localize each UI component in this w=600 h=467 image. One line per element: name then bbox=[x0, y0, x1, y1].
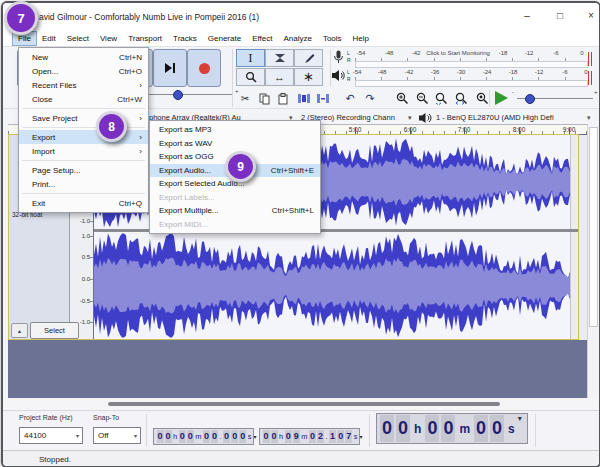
dropdown-caret-icon[interactable]: ▾ bbox=[587, 114, 591, 122]
time-digit: 7 bbox=[345, 430, 352, 443]
menubar-item-tools[interactable]: Tools bbox=[318, 32, 347, 45]
menu-item-page-setup[interactable]: Page Setup... bbox=[19, 163, 148, 177]
timeline-tick bbox=[519, 128, 520, 134]
zoom-in-icon bbox=[396, 92, 409, 105]
meter-tick-label: -48 bbox=[378, 69, 387, 75]
zoom-tool-button[interactable] bbox=[236, 68, 265, 86]
callout-badge-9: 9 bbox=[225, 151, 256, 182]
menu-item-export-as-wav[interactable]: Export as WAV bbox=[150, 137, 320, 151]
menu-separator bbox=[22, 193, 145, 194]
collapse-track-button[interactable]: ▲ bbox=[11, 323, 28, 338]
track-select-button[interactable]: Select bbox=[30, 322, 79, 339]
play-meter-right-label: R bbox=[347, 77, 351, 82]
multi-tool-button[interactable]: ∗ bbox=[294, 68, 323, 86]
menubar-item-view[interactable]: View bbox=[95, 32, 122, 45]
selection-toolbar: Project Rate (Hz) 44100▾ Snap-To Off▾ St… bbox=[3, 410, 599, 451]
maximize-button[interactable]: □ bbox=[552, 8, 568, 24]
menubar-item-generate[interactable]: Generate bbox=[203, 32, 246, 45]
trim-audio-icon bbox=[298, 93, 310, 104]
snap-to-select[interactable]: Off▾ bbox=[93, 427, 141, 444]
menu-item-export-midi: Export MIDI... bbox=[150, 218, 320, 232]
menu-item-new[interactable]: NewCtrl+N bbox=[19, 50, 148, 64]
silence-audio-button[interactable] bbox=[314, 90, 332, 107]
horizontal-scrollbar-thumb[interactable] bbox=[108, 402, 500, 406]
ruler-label: 0.5 bbox=[82, 254, 90, 260]
menu-item-import[interactable]: Import› bbox=[19, 144, 148, 158]
menubar-item-edit[interactable]: Edit bbox=[37, 32, 61, 45]
minimize-button[interactable]: – bbox=[519, 8, 535, 24]
menubar-item-transport[interactable]: Transport bbox=[123, 32, 167, 45]
menu-item-print[interactable]: Print... bbox=[19, 177, 148, 191]
dropdown-caret-icon: ▾ bbox=[134, 432, 137, 439]
play-meter-left-label: L bbox=[347, 70, 350, 75]
paste-button[interactable] bbox=[274, 90, 292, 107]
time-digit: 0 bbox=[425, 415, 439, 442]
menu-item-label: Export MIDI... bbox=[159, 220, 314, 229]
zoom-out-button[interactable] bbox=[413, 90, 431, 107]
project-rate-select[interactable]: 44100▾ bbox=[19, 427, 83, 444]
recording-meter[interactable]: -54-48-42Click to Start Monitoring-18-12… bbox=[355, 49, 591, 67]
menu-item-export[interactable]: Export› bbox=[19, 130, 148, 144]
play-at-speed-button[interactable] bbox=[495, 91, 508, 105]
zoom-in-button[interactable] bbox=[393, 90, 411, 107]
menu-item-recent-files[interactable]: Recent Files› bbox=[19, 78, 148, 92]
meter-tick-label: -42 bbox=[405, 69, 414, 75]
time-shift-tool-button[interactable]: ↔ bbox=[265, 68, 294, 86]
playback-meter[interactable]: -54-48-42-36-30-24-18-12-60 bbox=[355, 68, 591, 86]
selection-end-field[interactable]: 00h09m02.107s▾ bbox=[259, 428, 360, 445]
playback-device-select[interactable]: 1 - BenQ EL2870U (AMD High Defi bbox=[436, 113, 554, 122]
playback-speed-thumb[interactable] bbox=[525, 94, 535, 104]
close-button[interactable]: × bbox=[583, 8, 599, 24]
monitoring-hint: Click to Start Monitoring bbox=[426, 50, 490, 56]
silence-audio-icon bbox=[317, 93, 329, 104]
menu-item-label: New bbox=[32, 53, 119, 62]
skip-to-end-button[interactable] bbox=[153, 49, 187, 87]
menu-shortcut: Ctrl+Shift+E bbox=[271, 166, 314, 175]
draw-tool-button[interactable] bbox=[294, 49, 323, 67]
dropdown-caret-icon: ▾ bbox=[76, 432, 79, 439]
zoom-selection-button[interactable] bbox=[433, 90, 451, 107]
menu-item-close[interactable]: CloseCtrl+W bbox=[19, 92, 148, 106]
redo-button[interactable]: ↷ bbox=[361, 90, 379, 107]
menubar-item-effect[interactable]: Effect bbox=[247, 32, 277, 45]
ruler-tick bbox=[90, 322, 93, 323]
menu-item-save-project[interactable]: Save Project› bbox=[19, 111, 148, 125]
menubar-item-select[interactable]: Select bbox=[62, 32, 94, 45]
selection-tool-button[interactable]: I bbox=[236, 49, 265, 67]
time-digit: 2 bbox=[317, 430, 324, 443]
menu-item-exit[interactable]: ExitCtrl+Q bbox=[19, 196, 148, 210]
menu-item-label: Export as MP3 bbox=[159, 125, 314, 134]
ruler-label: -1.0 bbox=[80, 218, 90, 224]
time-digit: 0 bbox=[203, 430, 210, 443]
zoom-fit-button[interactable] bbox=[453, 90, 471, 107]
undo-button[interactable]: ↶ bbox=[341, 90, 359, 107]
waveform-right-channel[interactable] bbox=[94, 232, 579, 339]
menu-separator bbox=[22, 108, 145, 109]
menubar-item-tracks[interactable]: Tracks bbox=[168, 32, 202, 45]
selection-start-field[interactable]: 00h00m00.000s▾ bbox=[153, 428, 254, 445]
time-digit: 9 bbox=[293, 430, 300, 443]
time-unit: . bbox=[220, 432, 222, 441]
menubar-item-analyze[interactable]: Analyze bbox=[278, 32, 316, 45]
envelope-tool-button[interactable] bbox=[265, 49, 294, 67]
menubar-item-help[interactable]: Help bbox=[348, 32, 374, 45]
meter-tick-label: -36 bbox=[431, 69, 440, 75]
time-digit: 0 bbox=[285, 430, 292, 443]
dropdown-caret-icon[interactable]: ▾ bbox=[408, 114, 412, 122]
cut-button[interactable]: ✂ bbox=[236, 90, 254, 107]
copy-button[interactable] bbox=[255, 90, 273, 107]
trim-audio-button[interactable] bbox=[295, 90, 313, 107]
menu-item-open[interactable]: Open...Ctrl+O bbox=[19, 64, 148, 78]
menu-item-export-as-mp3[interactable]: Export as MP3 bbox=[150, 123, 320, 137]
menu-item-export-multiple[interactable]: Export Multiple...Ctrl+Shift+L bbox=[150, 204, 320, 218]
time-unit: m bbox=[301, 432, 307, 441]
time-digit: 0 bbox=[223, 430, 230, 443]
time-unit: m bbox=[459, 422, 470, 436]
menu-shortcut: Ctrl+Q bbox=[119, 199, 142, 208]
audio-position-display[interactable]: 00h00m00s▾ bbox=[376, 413, 528, 444]
record-button[interactable] bbox=[187, 49, 221, 87]
ruler-tick bbox=[90, 257, 93, 258]
recording-volume-thumb[interactable] bbox=[173, 90, 183, 100]
vertical-scrollbar-thumb[interactable] bbox=[589, 127, 598, 327]
meter-tick-label: -42 bbox=[412, 50, 421, 56]
